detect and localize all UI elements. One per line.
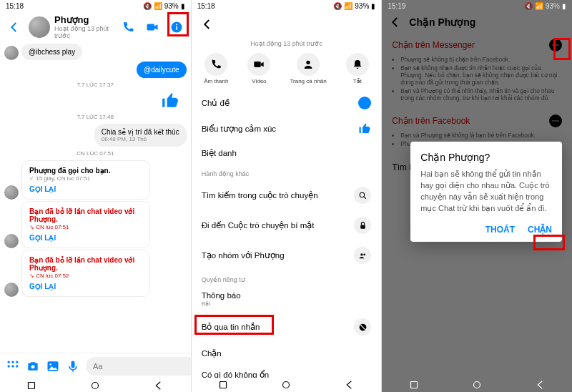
nav-bar (0, 378, 191, 392)
audio-call-button[interactable] (118, 17, 138, 37)
svg-rect-17 (29, 383, 35, 389)
info-button[interactable] (167, 17, 187, 37)
search-icon (354, 187, 371, 204)
home-button[interactable] (470, 378, 483, 391)
status-right: 🔇 📶 93% ▮ (333, 2, 375, 10)
camera-button[interactable] (26, 358, 40, 374)
svg-point-24 (363, 253, 365, 255)
avatar (4, 46, 19, 60)
gallery-button[interactable] (46, 358, 60, 374)
svg-point-8 (11, 365, 14, 367)
status-bar: 15:18 🔇 📶 93% ▮ (0, 0, 191, 11)
lock-icon (354, 217, 371, 234)
back-button[interactable] (4, 17, 24, 37)
svg-point-7 (8, 365, 10, 367)
recents-button[interactable] (217, 378, 230, 391)
missed-call-card[interactable]: Bạn đã bỏ lỡ lần chat video với Phượng. … (21, 201, 150, 248)
location-card[interactable]: Chia sẻ vị trí đã kết thúc 06:48 PM, 13 … (94, 124, 187, 147)
svg-rect-2 (176, 26, 177, 29)
dialog-title: Chặn Phượng? (420, 152, 552, 163)
svg-point-10 (31, 365, 35, 368)
callback-button[interactable]: GỌI LẠI (29, 234, 142, 242)
callback-button[interactable]: GỌI LẠI (29, 185, 142, 193)
item-search[interactable]: Tìm kiếm trong cuộc trò chuyện (192, 180, 382, 210)
item-emoji[interactable]: Biểu tượng cảm xúc (192, 116, 382, 142)
svg-rect-13 (72, 361, 75, 368)
contact-status: Hoạt động 13 phút trước (192, 40, 382, 47)
dialog-cancel-button[interactable]: THOÁT (485, 225, 515, 235)
recents-button[interactable] (408, 378, 420, 391)
battery-text: 93% (164, 2, 179, 10)
svg-point-18 (92, 383, 99, 389)
theme-dot-icon (358, 97, 371, 109)
chat-body[interactable]: @ibchess play @dailycute T.7 LÚC 17:37 T… (0, 42, 191, 353)
svg-rect-26 (220, 382, 226, 388)
back-button[interactable] (197, 14, 217, 34)
status-time: 15:18 (197, 2, 215, 10)
home-button[interactable] (89, 379, 102, 392)
contact-name: Phượng (54, 14, 114, 25)
ignore-icon (354, 318, 371, 335)
timestamp: T.7 LÚC 17:48 (0, 114, 191, 120)
battery-icon: ▮ (371, 2, 375, 10)
action-mute[interactable]: Tắt (346, 53, 369, 84)
svg-point-20 (306, 61, 310, 64)
apps-button[interactable] (6, 358, 20, 374)
dialog-body: Hai bạn sẽ không thể gửi tin nhắn hay gọ… (420, 169, 552, 215)
contact-status: Hoạt động 13 phút trước (54, 25, 114, 39)
svg-point-27 (283, 382, 290, 388)
home-button[interactable] (280, 378, 292, 391)
svg-point-5 (11, 361, 14, 363)
mute-icon: 🔇 (143, 2, 152, 10)
item-theme[interactable]: Chủ đề (192, 90, 382, 116)
svg-point-21 (360, 192, 365, 197)
svg-point-3 (176, 24, 177, 25)
msg-in[interactable]: @ibchess play (21, 44, 82, 60)
item-secret[interactable]: Đi đến Cuộc trò chuyện bí mật (192, 210, 382, 240)
recents-button[interactable] (25, 379, 38, 392)
item-block[interactable]: Chặn (192, 342, 382, 365)
timestamp: CN LÚC 07:51 (0, 150, 191, 157)
status-bar-overlay: 15:19 🔇📶93%▮ (382, 0, 572, 11)
confirm-dialog: Chặn Phượng? Hai bạn sẽ không thể gửi ti… (410, 142, 562, 242)
svg-point-12 (49, 363, 51, 366)
message-input[interactable] (86, 357, 191, 376)
battery-icon: ▮ (181, 2, 185, 10)
back-nav-button[interactable] (534, 378, 547, 391)
back-nav-button[interactable] (152, 379, 165, 392)
svg-rect-28 (410, 382, 417, 388)
avatar[interactable] (29, 16, 50, 38)
status-right: 🔇 📶 93% ▮ (143, 2, 185, 10)
svg-rect-22 (360, 225, 365, 228)
status-bar: 15:18 🔇 📶 93% ▮ (192, 0, 382, 11)
item-create-group[interactable]: Tạo nhóm với Phượng (192, 240, 382, 270)
mic-button[interactable] (66, 358, 80, 374)
dialog-confirm-button[interactable]: CHẶN (528, 225, 552, 235)
msg-out[interactable]: @dailycute (137, 62, 187, 78)
item-nickname[interactable]: Biệt danh (192, 142, 382, 165)
missed-call-card[interactable]: Bạn đã bỏ lỡ lần chat video với Phượng. … (21, 250, 150, 297)
screen-details: 15:18 🔇 📶 93% ▮ Hoạt động 13 phút trước … (191, 0, 382, 392)
thumbs-up-icon (358, 122, 371, 135)
details-header (192, 11, 382, 37)
header-title-block[interactable]: Phượng Hoạt động 13 phút trước (54, 14, 114, 39)
composer (0, 353, 191, 378)
item-notifications[interactable]: Thông báoBật (192, 286, 382, 312)
group-icon (354, 247, 371, 264)
screen-chat: 15:18 🔇 📶 93% ▮ Phượng Hoạt động 13 phút… (0, 0, 191, 392)
settings-list: Chủ đề Biểu tượng cảm xúc Biệt danh Hành… (192, 90, 382, 392)
call-card[interactable]: Phượng đã gọi cho bạn. ✓ 15 giây, CN lúc… (21, 160, 150, 200)
missed-title: Bạn đã bỏ lỡ lần chat video với Phượng. (29, 256, 142, 272)
missed-meta: ↘ CN lúc 07:51 (29, 224, 142, 230)
callback-button[interactable]: GỌI LẠI (29, 283, 142, 290)
svg-rect-19 (255, 62, 261, 67)
video-call-button[interactable] (142, 17, 162, 37)
chat-header: Phượng Hoạt động 13 phút trước (0, 11, 191, 42)
action-audio[interactable]: Âm thanh (204, 53, 228, 84)
item-ignore[interactable]: Bỏ qua tin nhắn (192, 312, 382, 342)
action-row: Âm thanh Video Trang cá nhân Tắt (194, 53, 379, 84)
action-video[interactable]: Video (247, 53, 270, 84)
action-profile[interactable]: Trang cá nhân (290, 53, 326, 84)
back-nav-button[interactable] (343, 378, 356, 391)
thumbs-up-icon[interactable] (161, 92, 179, 110)
